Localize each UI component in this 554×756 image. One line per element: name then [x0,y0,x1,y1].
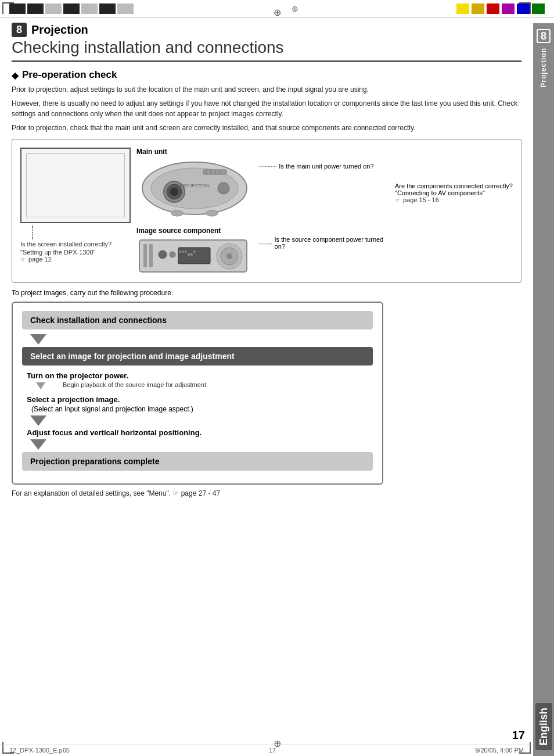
diagram-row: Is the screen installed correctly? "Sett… [20,148,513,277]
main-unit-row: Main unit [136,148,389,221]
source-power-question: Is the source component power turned on? [275,236,389,250]
svg-point-25 [193,250,196,253]
arrow-shape-2 [30,415,46,426]
svg-rect-16 [149,244,153,267]
flow-arrow-1 [22,334,373,345]
sidebar-chapter-number: 8 [537,29,551,43]
svg-rect-19 [178,248,210,264]
chapter-number: 8 [12,23,27,37]
mini-arrow-1 [36,382,45,389]
step3-sub-area: Begin playback of the source image for a… [36,381,373,390]
source-row: Image source component [136,227,389,277]
screen-page-ref: ☞ page 12 [20,256,52,263]
block3 [45,3,62,14]
book-icon-connection: ☞ [395,197,400,203]
flow-arrow-2 [22,415,373,426]
power-question: Is the main unit power turned on? [279,163,373,170]
chapter-header: 8 Projection Checking installation and c… [12,23,521,62]
screen-setting-ref: "Setting up the DPX-1300" [20,249,96,256]
svg-point-23 [188,253,190,256]
svg-point-28 [226,253,232,259]
flow-step6: Projection preparations complete [22,452,373,471]
footer-left: 12_DPX-1300_E.p65 [9,747,70,754]
svg-point-21 [182,250,184,253]
source-device-svg [136,237,253,275]
flow-arrow-3 [22,439,373,450]
svg-text:PROJECTION: PROJECTION [179,183,210,188]
flow-diagram: Check installation and connections Selec… [12,302,383,485]
screen-label-area: Is the screen installed correctly? "Sett… [20,225,131,263]
flow-step3-area: Turn on the projector power. Begin playb… [27,371,373,390]
arrow-shape-1 [30,334,46,345]
corner-top-right [519,2,531,14]
sidebar-english-label: English [535,703,552,750]
svg-point-22 [185,250,187,253]
sidebar-section-label: Projection [539,48,548,88]
screen-installed-question: Is the screen installed correctly? [20,241,111,248]
projector-section: Main unit [136,148,389,277]
arrow-shape-3 [30,439,46,450]
chapter-subtitle: Checking installation and connections [12,38,521,57]
flow-step1: Check installation and connections [22,311,373,329]
svg-point-17 [159,250,167,259]
page-body: 8 Projection Checking installation and c… [0,18,533,751]
block6 [99,3,116,14]
flow-step5-area: Adjust focus and vertical/ horizontal po… [27,428,373,437]
explanation-text: For an explanation of detailed settings,… [12,489,521,497]
dotted-line-screen [32,225,33,239]
projection-screen [20,148,131,223]
flow-step3-title: Turn on the projector power. [27,371,373,380]
screen-column: Is the screen installed correctly? "Sett… [20,148,131,263]
sidebar-bottom: English [535,703,552,750]
source-power-area: ········· Is the source component power … [258,227,389,250]
connection-question-2: "Connecting to AV components" [395,189,513,196]
flow-step4-area: Select a projection image. (Select an in… [27,395,373,413]
chapter-number-title: 8 Projection [12,23,521,37]
source-device-area: Image source component [136,227,253,277]
top-center-mark: ⊕ [292,4,298,13]
intro-text-2: However, there is usually no need to adj… [12,98,521,119]
svg-point-11 [171,210,183,216]
projector-svg: PROJECTION [136,158,253,219]
flow-step4-sub: (Select an input signal and projection i… [31,405,373,413]
block5 [81,3,98,14]
footer-center: 17 [269,747,276,754]
green-block [532,3,545,14]
info-items: Are the components connected correctly? … [395,148,513,203]
red-block [487,3,499,14]
intro-text-3: Prior to projection, check that the main… [12,123,521,133]
svg-point-24 [190,253,193,256]
main-content: 8 Projection Checking installation and c… [0,18,554,751]
sidebar-top: 8 Projection [537,29,551,88]
color-blocks-right [456,3,545,14]
flow-step3-sub: Begin playback of the source image for a… [63,381,208,388]
block4 [63,3,80,14]
gold-block [472,3,484,14]
svg-point-18 [170,252,175,257]
installation-diagram: Is the screen installed correctly? "Sett… [12,139,521,283]
chapter-title: Projection [31,23,88,37]
intro-text-1: Prior to projection, adjust settings to … [12,84,521,95]
block2 [27,3,44,14]
dotted-line-power: ············ [258,162,276,170]
bottom-bar: 12_DPX-1300_E.p65 17 9/20/05, 4:00 PM [0,744,533,756]
section-header: ◆ Pre-operation check [12,69,521,81]
block7 [117,3,134,14]
connection-question-1: Are the components connected correctly? [395,182,513,189]
dotted-line-source: ········· [258,239,272,248]
svg-point-10 [218,182,229,194]
corner-top-left [2,2,14,14]
flow-step5-title: Adjust focus and vertical/ horizontal po… [27,428,373,437]
section-title: Pre-operation check [22,69,117,81]
purple-block [502,3,515,14]
carry-out-text: To project images, carry out the followi… [12,289,521,297]
right-sidebar: 8 Projection English [533,23,554,756]
power-dots-row: ············ Is the main unit power turn… [258,162,374,170]
source-component-label: Image source component [136,227,253,235]
page-number: 17 [512,729,525,742]
svg-point-12 [206,210,218,216]
main-unit-label: Main unit [136,148,253,156]
svg-rect-15 [143,244,147,267]
book-icon-screen: ☞ [20,256,26,263]
source-power-row: ········· Is the source component power … [258,236,389,250]
